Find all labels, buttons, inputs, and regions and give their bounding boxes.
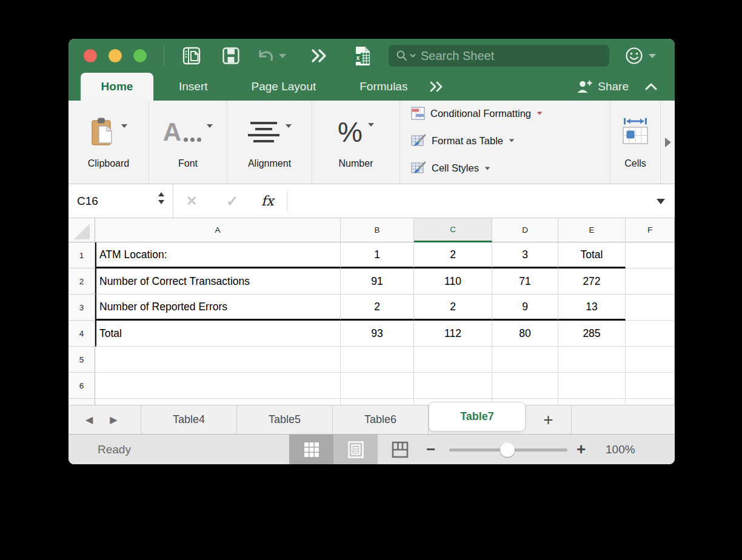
share-button[interactable]: Share bbox=[577, 80, 629, 93]
select-all-corner[interactable] bbox=[69, 218, 95, 242]
cell-A1[interactable]: ATM Location: bbox=[95, 242, 341, 268]
cell-D2[interactable]: 71 bbox=[492, 268, 558, 295]
cell-A7[interactable] bbox=[95, 399, 341, 405]
alignment-group[interactable]: Alignment bbox=[227, 101, 312, 184]
cell-F2[interactable] bbox=[626, 268, 675, 295]
zoom-slider-thumb[interactable] bbox=[500, 442, 515, 457]
cell-A2[interactable]: Number of Correct Transactions bbox=[95, 268, 341, 295]
alignment-dropdown-icon[interactable] bbox=[286, 124, 292, 128]
font-group[interactable]: A Font bbox=[149, 101, 227, 184]
cell-F3[interactable] bbox=[626, 295, 675, 321]
cell-C5[interactable] bbox=[414, 347, 492, 373]
cell-B6[interactable] bbox=[341, 373, 414, 399]
cell-B5[interactable] bbox=[341, 347, 414, 373]
cell-F6[interactable] bbox=[626, 373, 675, 399]
cell-B1[interactable]: 1 bbox=[341, 242, 414, 268]
font-dropdown-icon[interactable] bbox=[207, 124, 213, 128]
cell-B3[interactable]: 2 bbox=[341, 295, 414, 321]
cell-B7[interactable] bbox=[341, 399, 414, 405]
row-header-3[interactable]: 3 bbox=[69, 295, 95, 321]
cancel-entry-icon[interactable]: ✕ bbox=[186, 184, 197, 218]
cell-E4[interactable]: 285 bbox=[558, 321, 626, 347]
cell-C2[interactable]: 110 bbox=[414, 268, 492, 295]
name-box[interactable]: C16 bbox=[77, 184, 98, 218]
cell-styles-button[interactable]: Cell Styles bbox=[411, 161, 490, 175]
number-group[interactable]: % Number bbox=[312, 101, 400, 184]
column-header-b[interactable]: B bbox=[341, 218, 414, 242]
search-input[interactable]: Search Sheet bbox=[389, 45, 609, 67]
ribbon-scroll-right-button[interactable] bbox=[661, 101, 675, 184]
insert-function-icon[interactable]: fx bbox=[261, 184, 274, 218]
normal-view-button[interactable] bbox=[289, 435, 333, 464]
tab-formulas[interactable]: Formulas bbox=[352, 73, 415, 101]
cell-E2[interactable]: 272 bbox=[558, 268, 626, 295]
column-header-d[interactable]: D bbox=[492, 218, 558, 242]
prev-sheet-icon[interactable]: ◀ bbox=[85, 414, 93, 425]
cell-D5[interactable] bbox=[492, 347, 558, 373]
add-sheet-button[interactable]: + bbox=[526, 405, 572, 434]
cell-B4[interactable]: 93 bbox=[341, 321, 414, 347]
cell-C4[interactable]: 112 bbox=[414, 321, 492, 347]
close-window-button[interactable] bbox=[84, 49, 97, 62]
tab-page-layout[interactable]: Page Layout bbox=[244, 73, 324, 101]
fullscreen-window-button[interactable] bbox=[133, 49, 147, 62]
cell-E1[interactable]: Total bbox=[558, 242, 626, 268]
cell-styles-dropdown-icon[interactable] bbox=[485, 167, 490, 170]
cell-A5[interactable] bbox=[95, 347, 341, 373]
cell-F5[interactable] bbox=[626, 347, 675, 373]
cell-D4[interactable]: 80 bbox=[492, 321, 558, 347]
cell-C3[interactable]: 2 bbox=[414, 295, 492, 321]
number-dropdown-icon[interactable] bbox=[368, 123, 374, 127]
column-header-a[interactable]: A bbox=[95, 218, 341, 242]
save-icon[interactable] bbox=[222, 47, 239, 64]
cell-A6[interactable] bbox=[95, 373, 341, 399]
row-header-4[interactable]: 4 bbox=[69, 321, 95, 347]
more-toolbar-icon[interactable] bbox=[310, 48, 327, 64]
minimize-window-button[interactable] bbox=[109, 49, 122, 62]
cell-D6[interactable] bbox=[492, 373, 558, 399]
stepper-up-icon[interactable] bbox=[158, 192, 164, 196]
sheet-tab-table6[interactable]: Table6 bbox=[333, 405, 429, 434]
sheet-tab-table7-active[interactable]: Table7 bbox=[429, 402, 526, 432]
tab-home[interactable]: Home bbox=[81, 73, 153, 101]
sheet-tab-table5[interactable]: Table5 bbox=[237, 405, 333, 434]
format-as-table-button[interactable]: Format as Table bbox=[411, 134, 515, 148]
column-header-c[interactable]: C bbox=[414, 218, 492, 242]
cells-group[interactable]: Cells bbox=[610, 101, 661, 184]
cell-B2[interactable]: 91 bbox=[341, 268, 414, 295]
conditional-formatting-dropdown-icon[interactable] bbox=[537, 112, 543, 115]
column-header-f[interactable]: F bbox=[626, 218, 675, 242]
zoom-out-button[interactable]: − bbox=[426, 435, 435, 464]
cell-F7[interactable] bbox=[626, 399, 675, 405]
next-sheet-icon[interactable]: ▶ bbox=[110, 414, 117, 425]
new-workbook-icon[interactable] bbox=[182, 46, 201, 65]
sheet-tab-table4[interactable]: Table4 bbox=[141, 405, 237, 434]
row-header-6[interactable]: 6 bbox=[69, 373, 95, 399]
cell-D1[interactable]: 3 bbox=[492, 242, 558, 268]
page-layout-view-button[interactable] bbox=[333, 435, 378, 464]
row-header-1[interactable]: 1 bbox=[69, 242, 95, 268]
collapse-ribbon-icon[interactable] bbox=[644, 82, 658, 91]
tab-insert[interactable]: Insert bbox=[172, 73, 215, 101]
row-header-7[interactable] bbox=[69, 399, 95, 405]
cell-E7[interactable] bbox=[558, 399, 626, 405]
cell-F4[interactable] bbox=[626, 321, 675, 347]
cell-E5[interactable] bbox=[558, 347, 626, 373]
undo-dropdown-icon[interactable] bbox=[279, 54, 286, 58]
clipboard-group[interactable]: Clipboard bbox=[69, 101, 149, 184]
smiley-feedback-icon[interactable] bbox=[625, 47, 643, 65]
tab-overflow-chevron-icon[interactable] bbox=[424, 73, 449, 101]
cell-E3[interactable]: 13 bbox=[558, 295, 626, 321]
smiley-dropdown-icon[interactable] bbox=[649, 54, 656, 58]
conditional-formatting-button[interactable]: Conditional Formatting bbox=[411, 107, 543, 120]
undo-icon[interactable] bbox=[255, 48, 275, 63]
cell-A4[interactable]: Total bbox=[95, 321, 341, 347]
cell-F1[interactable] bbox=[626, 242, 675, 268]
confirm-entry-icon[interactable]: ✓ bbox=[226, 184, 238, 218]
zoom-in-button[interactable]: + bbox=[577, 435, 586, 464]
column-header-e[interactable]: E bbox=[558, 218, 626, 242]
formula-bar-expand-icon[interactable] bbox=[657, 199, 665, 204]
stepper-down-icon[interactable] bbox=[158, 200, 164, 204]
page-break-preview-button[interactable] bbox=[378, 435, 422, 464]
cell-E6[interactable] bbox=[558, 373, 626, 399]
